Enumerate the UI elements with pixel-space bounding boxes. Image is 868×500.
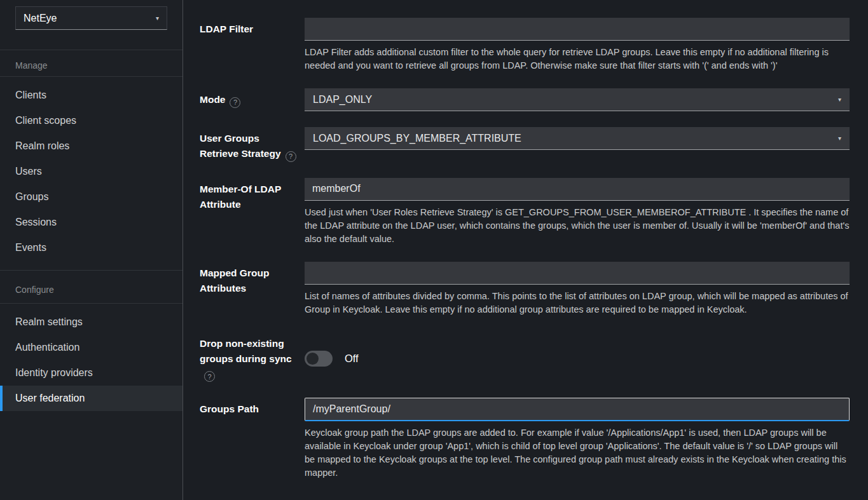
sidebar-item-realm-settings[interactable]: Realm settings [0, 309, 183, 335]
ldap-filter-helper-text: LDAP Filter adds additional custom filte… [305, 46, 850, 72]
app-window: NetEye ▾ Manage Clients Client scopes Re… [0, 0, 868, 500]
groups-path-input[interactable] [305, 398, 850, 421]
sidebar-item-clients[interactable]: Clients [0, 83, 183, 108]
question-circle-icon[interactable]: ? [230, 97, 240, 108]
groups-path-label-text: Groups Path [200, 403, 259, 414]
question-circle-icon[interactable]: ? [204, 371, 215, 382]
sidebar: NetEye ▾ Manage Clients Client scopes Re… [0, 0, 183, 500]
sidebar-item-identity-providers[interactable]: Identity providers [0, 360, 183, 386]
sidebar-item-user-federation[interactable]: User federation [0, 386, 183, 411]
user-groups-retrieve-strategy-control: LOAD_GROUPS_BY_MEMBER_ATTRIBUTE ▾ [305, 127, 850, 162]
drop-non-existing-groups-label: Drop non-existing groups during sync? [200, 332, 298, 382]
user-groups-retrieve-strategy-label-text: User Groups Retrieve Strategy [200, 133, 281, 159]
member-of-ldap-attribute-control: Used just when 'User Roles Retrieve Stra… [305, 178, 850, 246]
mode-select-value: LDAP_ONLY [313, 94, 372, 105]
ldap-filter-control: LDAP Filter adds additional custom filte… [305, 18, 850, 72]
sidebar-nav-manage: Clients Client scopes Realm roles Users … [0, 77, 183, 260]
ldap-filter-input[interactable] [305, 18, 850, 41]
sidebar-nav-configure: Realm settings Authentication Identity p… [0, 304, 183, 411]
mapped-group-attributes-helper-text: List of names of attributes divided by c… [305, 290, 850, 316]
sidebar-item-users[interactable]: Users [0, 159, 183, 184]
sidebar-item-groups[interactable]: Groups [0, 184, 183, 210]
drop-non-existing-groups-toggle-state: Off [345, 353, 359, 365]
form-row-user-groups-retrieve-strategy: User Groups Retrieve Strategy? LOAD_GROU… [200, 127, 850, 162]
drop-non-existing-groups-label-text: Drop non-existing groups during sync [200, 338, 292, 364]
chevron-down-icon: ▾ [156, 15, 159, 22]
member-of-ldap-attribute-label: Member-Of LDAP Attribute [200, 178, 298, 246]
mapped-group-attributes-input[interactable] [305, 262, 850, 285]
groups-path-helper-text: Keycloak group path the LDAP groups are … [305, 426, 850, 480]
toggle-knob [307, 353, 319, 365]
form-row-ldap-filter: LDAP Filter LDAP Filter adds additional … [200, 18, 850, 72]
sidebar-item-realm-roles[interactable]: Realm roles [0, 133, 183, 159]
sidebar-section-title-manage: Manage [0, 50, 183, 77]
mode-control: LDAP_ONLY ▾ [305, 88, 850, 111]
form-row-mode: Mode? LDAP_ONLY ▾ [200, 88, 850, 111]
question-circle-icon[interactable]: ? [286, 151, 296, 162]
form-row-drop-non-existing-groups: Drop non-existing groups during sync? Of… [200, 332, 850, 382]
chevron-down-icon: ▾ [838, 135, 841, 142]
chevron-down-icon: ▾ [838, 97, 841, 103]
mode-label: Mode? [200, 88, 298, 111]
ldap-filter-label: LDAP Filter [200, 18, 298, 72]
mode-select[interactable]: LDAP_ONLY ▾ [305, 88, 850, 111]
sidebar-item-sessions[interactable]: Sessions [0, 210, 183, 235]
groups-path-label: Groups Path [200, 398, 298, 480]
mapped-group-attributes-label: Mapped Group Attributes [200, 262, 298, 316]
mode-label-text: Mode [200, 94, 225, 105]
form-actions-spacer [200, 496, 298, 500]
user-groups-retrieve-strategy-select-value: LOAD_GROUPS_BY_MEMBER_ATTRIBUTE [313, 133, 521, 144]
realm-selector-label: NetEye [24, 13, 57, 24]
member-of-ldap-attribute-label-text: Member-Of LDAP Attribute [200, 184, 281, 210]
sidebar-item-authentication[interactable]: Authentication [0, 335, 183, 360]
form-row-member-of-ldap-attribute: Member-Of LDAP Attribute Used just when … [200, 178, 850, 246]
form-actions-row: Save Cancel [200, 496, 850, 500]
sidebar-item-client-scopes[interactable]: Client scopes [0, 108, 183, 133]
member-of-ldap-attribute-input[interactable] [305, 178, 850, 201]
ldap-filter-label-text: LDAP Filter [200, 24, 253, 34]
member-of-ldap-attribute-helper-text: Used just when 'User Roles Retrieve Stra… [305, 206, 850, 246]
groups-path-control: Keycloak group path the LDAP groups are … [305, 398, 850, 480]
drop-non-existing-groups-control: Off [305, 332, 850, 382]
form-row-groups-path: Groups Path Keycloak group path the LDAP… [200, 398, 850, 480]
mapped-group-attributes-label-text: Mapped Group Attributes [200, 267, 269, 294]
mapper-settings-form: LDAP Filter LDAP Filter adds additional … [183, 0, 868, 500]
form-row-mapped-group-attributes: Mapped Group Attributes List of names of… [200, 262, 850, 316]
drop-non-existing-groups-toggle[interactable] [305, 351, 333, 367]
sidebar-section-title-configure: Configure [0, 270, 183, 304]
mapped-group-attributes-control: List of names of attributes divided by c… [305, 262, 850, 316]
sidebar-item-events[interactable]: Events [0, 235, 183, 260]
user-groups-retrieve-strategy-select[interactable]: LOAD_GROUPS_BY_MEMBER_ATTRIBUTE ▾ [305, 127, 850, 150]
user-groups-retrieve-strategy-label: User Groups Retrieve Strategy? [200, 127, 298, 162]
realm-selector-dropdown[interactable]: NetEye ▾ [15, 6, 167, 30]
